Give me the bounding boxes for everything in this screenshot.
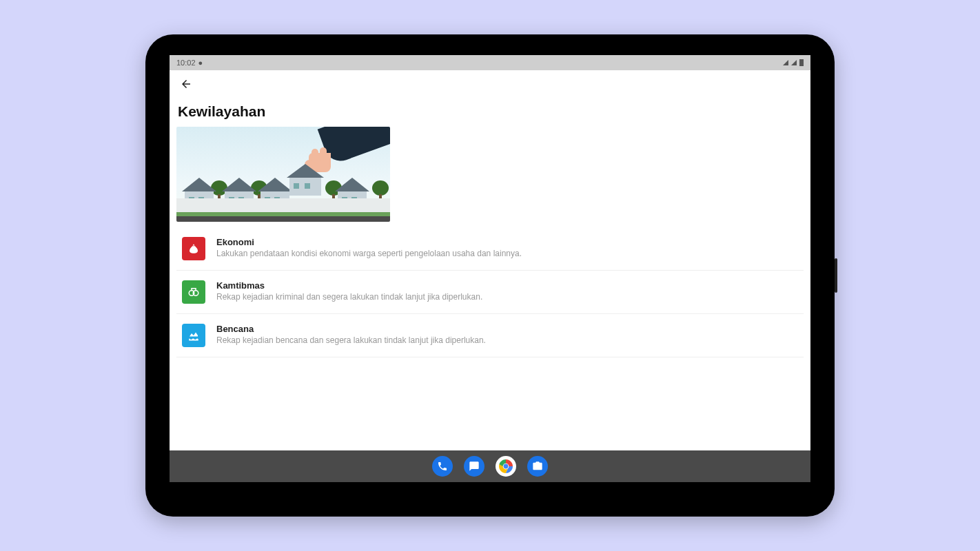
list-item-title: Kamtibmas	[216, 280, 798, 291]
tablet-frame: 10:02 ● Kewilayahan	[145, 34, 835, 517]
camera-icon	[532, 461, 543, 472]
dock-chrome-button[interactable]	[496, 456, 516, 477]
list-item-desc: Rekap kejadian kriminal dan segera lakuk…	[216, 292, 798, 303]
flood-icon	[182, 324, 205, 347]
list-item-texts: Ekonomi Lakukan pendataan kondisi ekonom…	[216, 237, 798, 260]
status-left: 10:02 ●	[176, 59, 203, 67]
messages-icon	[469, 461, 480, 472]
list-item-texts: Kamtibmas Rekap kejadian kriminal dan se…	[216, 280, 798, 303]
dock-phone-button[interactable]	[432, 456, 453, 477]
dock	[170, 450, 810, 482]
list-item-desc: Lakukan pendataan kondisi ekonomi warga …	[216, 249, 798, 260]
list-item-bencana[interactable]: Bencana Rekap kejadian bencana dan seger…	[176, 314, 804, 357]
chrome-icon	[496, 456, 516, 477]
list-item-title: Bencana	[216, 324, 798, 334]
battery-icon	[799, 59, 804, 66]
tablet-screen: 10:02 ● Kewilayahan	[170, 55, 810, 496]
status-right	[782, 59, 804, 66]
page-title: Kewilayahan	[178, 103, 802, 120]
app-bar	[170, 70, 810, 98]
handcuff-icon	[182, 280, 205, 304]
banner-illustration	[176, 127, 390, 222]
list-item-desc: Rekap kejadian bencana dan segera lakuka…	[216, 335, 798, 346]
wifi-icon	[783, 60, 788, 65]
content-area: Kewilayahan	[170, 98, 810, 450]
house-picked-icon	[287, 164, 324, 196]
dock-messages-button[interactable]	[464, 456, 484, 477]
category-list: Ekonomi Lakukan pendataan kondisi ekonom…	[176, 227, 804, 357]
list-item-kamtibmas[interactable]: Kamtibmas Rekap kejadian kriminal dan se…	[176, 271, 804, 314]
nav-bar-area	[170, 482, 810, 496]
money-bag-icon	[182, 237, 205, 260]
status-dot-icon: ●	[198, 59, 203, 67]
phone-icon	[437, 461, 448, 472]
list-item-title: Ekonomi	[216, 237, 798, 247]
dock-camera-button[interactable]	[527, 456, 548, 477]
svg-point-4	[504, 464, 509, 469]
list-item-texts: Bencana Rekap kejadian bencana dan seger…	[216, 324, 798, 346]
signal-icon	[791, 60, 797, 65]
status-bar: 10:02 ●	[170, 55, 810, 70]
list-item-ekonomi[interactable]: Ekonomi Lakukan pendataan kondisi ekonom…	[176, 227, 804, 271]
arrow-left-icon	[180, 78, 192, 90]
back-button[interactable]	[175, 73, 197, 95]
status-time: 10:02	[176, 59, 196, 67]
